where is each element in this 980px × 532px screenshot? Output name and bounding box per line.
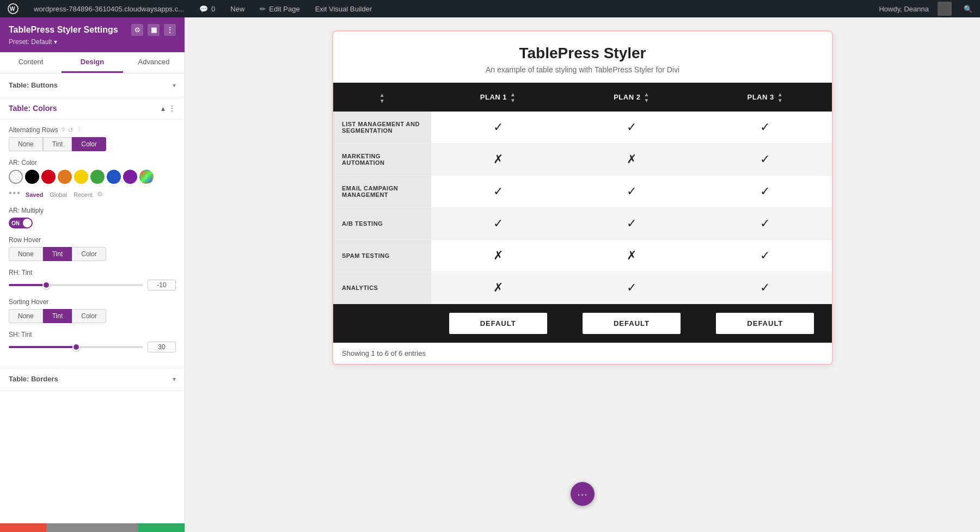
plan1-cell-row1: ✗ [431,144,565,176]
redo-button[interactable]: ↪ [93,523,139,532]
color-tab-recent[interactable]: Recent [71,190,95,199]
table-header-row: ▲▼ PLAN 1 ▲▼ PLAN 2 ▲▼ [333,83,832,112]
ar-multiply-toggle[interactable]: ON [9,218,33,228]
site-name-item[interactable]: wordpress-784896-3610405.cloudwaysapps.c… [30,3,187,15]
settings-icon[interactable]: ⊙ [131,24,143,36]
sh-tint-value[interactable]: 30 [148,342,176,352]
table-footer-note: Showing 1 to 6 of 6 entries [333,343,832,364]
tab-advanced[interactable]: Advanced [123,52,185,73]
sorting-hover-none[interactable]: None [9,309,43,323]
rh-tint-setting: RH: Tint -10 [9,269,176,290]
collapse-icon[interactable]: ▴ [161,104,165,113]
check-icon: ✓ [627,216,636,230]
comparison-table: ▲▼ PLAN 1 ▲▼ PLAN 2 ▲▼ [333,83,832,343]
color-swatch-yellow[interactable] [74,170,88,184]
table-footer: DEFAULT DEFAULT DEFAULT [333,304,832,343]
wp-logo-icon: W [8,3,19,14]
sidebar-header: TablePress Styler Settings ⊙ ▦ ⋮ Preset:… [0,17,185,52]
more-icon[interactable]: ⋮ [76,127,82,134]
preset-chevron-icon: ▾ [54,38,57,46]
sidebar: TablePress Styler Settings ⊙ ▦ ⋮ Preset:… [0,17,185,532]
sh-tint-label: SH: Tint [9,331,176,338]
table-colors-icons: ▴ ⋮ [161,104,176,113]
default-button-plan2[interactable]: DEFAULT [583,313,681,334]
sort-icon-plan1[interactable]: ▲▼ [510,91,516,103]
sh-tint-slider-thumb[interactable] [72,343,80,351]
sorting-hover-tint[interactable]: Tint [43,309,72,323]
table-borders-section[interactable]: Table: Borders ▾ [0,367,185,391]
rh-tint-value[interactable]: -10 [148,280,176,290]
sort-icon-feature[interactable]: ▲▼ [379,92,385,104]
wp-logo-item[interactable]: W [4,1,22,16]
more-options-icon[interactable]: ⋮ [164,24,176,36]
plan1-cell-row5: ✗ [431,272,565,304]
color-swatch-purple[interactable] [123,170,137,184]
help-icon[interactable]: ? [62,127,65,133]
table-borders-title: Table: Borders [9,375,58,383]
row-hover-none[interactable]: None [9,247,43,261]
color-tab-global[interactable]: Global [47,190,69,199]
footer-plan2-cell: DEFAULT [565,304,698,343]
plan3-label: PLAN 3 [748,93,774,101]
layout-icon[interactable]: ▦ [148,24,160,36]
fab-button[interactable]: ··· [571,482,595,506]
default-button-plan3[interactable]: DEFAULT [716,313,814,334]
default-button-plan1[interactable]: DEFAULT [449,313,547,334]
sidebar-tabs: Content Design Advanced [0,52,185,73]
search-icon[interactable]: 🔍 [960,3,976,15]
table-body: LIST MANAGEMENT AND SEGMENTATION✓✓✓MARKE… [333,112,832,304]
check-icon: ✓ [760,184,770,198]
cancel-button[interactable]: ✕ [0,523,46,532]
tab-design[interactable]: Design [62,52,123,73]
table-buttons-section[interactable]: Table: Buttons ▾ [0,73,185,97]
table-buttons-chevron-icon: ▾ [173,82,176,89]
rh-tint-slider-row: -10 [9,280,176,290]
fab-icon: ··· [577,488,588,500]
color-tab-saved[interactable]: Saved [23,190,45,199]
sort-icon-plan3[interactable]: ▲▼ [777,91,783,103]
ar-multiply-label: AR: Multiply [9,207,176,214]
alternating-rows-none[interactable]: None [9,137,43,151]
new-label: New [230,5,244,13]
table-colors-more-icon[interactable]: ⋮ [168,104,176,113]
row-hover-tint[interactable]: Tint [43,247,72,261]
save-button[interactable]: ✓ [138,523,185,532]
undo-button[interactable]: ↩ [46,523,93,532]
table-footer-row: DEFAULT DEFAULT DEFAULT [333,304,832,343]
plan1-cell-row2: ✓ [431,176,565,208]
color-swatch-eyedropper[interactable]: / [139,170,154,184]
plan3-cell-row0: ✓ [699,112,832,144]
rh-tint-slider-thumb[interactable] [42,281,50,289]
table-row: SPAM TESTING✗✗✓ [333,240,832,272]
col-sort-plan2: PLAN 2 ▲▼ [614,91,650,103]
exit-builder-item[interactable]: Exit Visual Builder [312,3,376,15]
tab-content[interactable]: Content [0,52,62,73]
more-swatches-icon[interactable]: ••• [9,188,21,198]
plan2-cell-row1: ✗ [565,144,698,176]
comments-item[interactable]: 💬 0 [196,3,218,15]
sorting-hover-color[interactable]: Color [72,309,106,323]
color-swatch-orange[interactable] [58,170,72,184]
color-swatch-black[interactable] [25,170,39,184]
sort-icon-plan2[interactable]: ▲▼ [644,91,649,103]
reset-icon[interactable]: ↺ [68,127,73,134]
new-item[interactable]: New [227,3,248,15]
col-header-plan2: PLAN 2 ▲▼ [565,83,698,112]
rh-tint-slider[interactable] [9,284,143,286]
color-swatch-custom[interactable] [9,170,23,184]
alternating-rows-tint[interactable]: Tint [43,137,72,151]
table-row: ANALYTICS✗✓✓ [333,272,832,304]
alternating-rows-options: None Tint Color [9,137,176,151]
edit-page-item[interactable]: ✏ Edit Page [256,3,303,15]
color-swatch-red[interactable] [41,170,56,184]
sh-tint-slider[interactable] [9,346,143,348]
color-gear-icon[interactable]: ⚙ [97,190,103,199]
color-swatch-green[interactable] [90,170,105,184]
row-hover-color[interactable]: Color [72,247,106,261]
avatar[interactable] [938,2,952,16]
alternating-rows-color[interactable]: Color [72,137,106,151]
plan3-cell-row2: ✓ [699,176,832,208]
preset-selector[interactable]: Preset: Default ▾ [9,38,176,46]
check-icon: ✓ [493,184,503,198]
color-swatch-blue[interactable] [107,170,121,184]
